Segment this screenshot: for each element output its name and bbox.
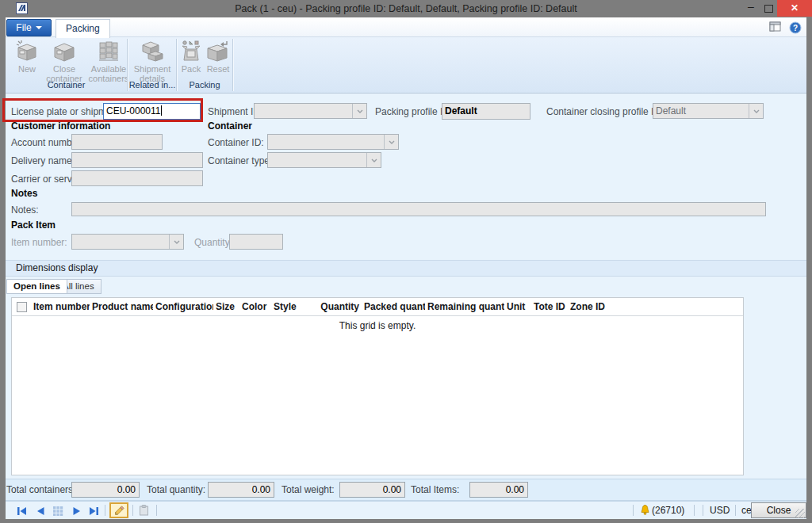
column-header-tote-id[interactable]: Tote ID <box>531 301 568 312</box>
total-weight-label: Total weight: <box>282 484 335 495</box>
packing-profile-label: Packing profile ID: <box>375 106 452 117</box>
quantity-label: Quantity: <box>194 237 232 248</box>
shipment-id-combobox <box>254 103 367 119</box>
close-icon[interactable]: ✕ <box>777 0 812 17</box>
customer-information-header: Customer information <box>11 120 110 132</box>
container-closing-profile-value: Default <box>656 105 686 116</box>
pack-open-box-icon <box>179 40 203 63</box>
column-header-style[interactable]: Style <box>271 301 306 312</box>
delivery-name-field <box>71 152 203 168</box>
column-header-configuration[interactable]: Configuration <box>153 301 213 312</box>
help-icon[interactable]: ? <box>789 21 802 37</box>
paste-clipboard-icon[interactable] <box>139 505 149 519</box>
column-header-item-number[interactable]: Item number <box>31 301 90 312</box>
close-container-button[interactable]: Close container <box>44 40 85 83</box>
container-id-label: Container ID: <box>208 137 264 148</box>
reset-button[interactable]: Reset <box>205 40 232 74</box>
license-plate-value: CEU-000011 <box>106 105 160 116</box>
total-quantity-field: 0.00 <box>208 482 274 498</box>
total-containers-field: 0.00 <box>71 482 140 498</box>
edit-pencil-icon <box>113 505 124 516</box>
grid-header-row: Item number Product name Configuration S… <box>12 298 743 316</box>
total-quantity-label: Total quantity: <box>147 484 205 495</box>
chevron-down-icon <box>366 153 381 167</box>
notes-header: Notes <box>11 188 37 199</box>
chevron-down-icon <box>749 104 763 118</box>
last-record-icon[interactable] <box>88 505 99 519</box>
available-containers-button[interactable]: Available containers <box>86 40 131 83</box>
carrier-or-service-field <box>71 170 203 186</box>
file-menu-button[interactable]: File <box>6 19 52 36</box>
license-plate-input[interactable]: CEU-000011 <box>103 103 201 120</box>
statusbar-separator <box>132 505 133 516</box>
column-header-unit[interactable]: Unit <box>504 301 531 312</box>
ribbon-group-packing-label: Packing <box>177 80 232 90</box>
notes-field <box>71 202 766 216</box>
column-header-color[interactable]: Color <box>239 301 271 312</box>
delivery-name-label: Delivery name: <box>11 155 75 166</box>
available-containers-rack-icon <box>97 40 121 63</box>
tabstrip: File Packing ? <box>6 17 806 37</box>
notification-bell-icon[interactable] <box>639 504 651 519</box>
maximize-glyph <box>764 5 773 13</box>
statusbar-separator <box>735 505 736 516</box>
statusbar-separator <box>633 505 634 516</box>
minimize-icon[interactable]: – <box>742 0 760 17</box>
select-all-checkbox[interactable] <box>17 302 27 312</box>
text-cursor <box>161 105 162 116</box>
column-header-remaining-quantity[interactable]: Remaining quantity <box>425 301 504 312</box>
select-all-checkbox-cell <box>12 302 31 312</box>
total-weight-field: 0.00 <box>339 482 405 498</box>
new-button[interactable]: New <box>11 40 43 74</box>
total-items-field: 0.00 <box>469 482 528 498</box>
ribbon-group-container-label: Container <box>6 80 127 90</box>
first-record-icon[interactable] <box>17 505 28 519</box>
statusbar-separator <box>694 505 695 516</box>
tab-packing[interactable]: Packing <box>56 19 110 38</box>
ribbon-separator <box>232 39 234 91</box>
maximize-icon[interactable] <box>760 0 777 17</box>
column-header-zone-id[interactable]: Zone ID <box>568 301 607 312</box>
pack-item-header: Pack Item <box>11 220 56 231</box>
chevron-down-icon <box>169 235 183 249</box>
new-container-box-icon <box>15 40 39 63</box>
close-container-box-icon <box>52 40 76 63</box>
notification-count[interactable]: (26710) <box>652 505 684 516</box>
currency-indicator[interactable]: USD <box>710 505 730 516</box>
edit-mode-button[interactable] <box>109 502 128 518</box>
account-number-field <box>71 134 163 150</box>
file-menu-label: File <box>16 22 31 33</box>
ribbon: New Close container <box>6 37 806 94</box>
container-type-label: Container type: <box>208 155 272 166</box>
total-containers-label: Total containers: <box>6 484 75 495</box>
pack-button[interactable]: Pack <box>179 40 203 74</box>
reset-box-arrow-icon <box>206 40 230 63</box>
reset-button-label: Reset <box>207 64 230 74</box>
chevron-down-icon <box>384 135 398 149</box>
layout-panes-icon[interactable] <box>769 21 782 36</box>
previous-record-icon[interactable] <box>36 505 45 519</box>
titlebar: Pack (1 - ceu) - Packing profile ID: Def… <box>0 0 812 17</box>
container-closing-profile-combobox: Default <box>653 103 764 119</box>
lines-grid: Item number Product name Configuration S… <box>11 297 744 475</box>
quantity-field <box>229 234 283 250</box>
notes-label: Notes: <box>11 204 39 216</box>
column-header-size[interactable]: Size <box>213 301 239 312</box>
resize-grip[interactable] <box>795 509 805 518</box>
window-title: Pack (1 - ceu) - Packing profile ID: Def… <box>0 0 812 17</box>
shipment-details-button[interactable]: Shipment details <box>131 40 174 83</box>
chevron-down-icon <box>36 26 42 29</box>
chevron-down-icon <box>352 104 366 118</box>
column-header-quantity[interactable]: Quantity <box>306 301 362 312</box>
item-number-label: Item number: <box>11 237 67 248</box>
pack-button-label: Pack <box>182 64 201 74</box>
column-header-packed-quantity[interactable]: Packed quantity <box>362 301 425 312</box>
grid-view-icon[interactable] <box>53 505 63 519</box>
packing-profile-value: Default <box>445 105 477 116</box>
next-record-icon[interactable] <box>72 505 82 519</box>
packing-profile-input[interactable]: Default <box>442 103 530 120</box>
container-id-combobox <box>267 134 399 150</box>
dimensions-display-button[interactable]: Dimensions display <box>6 260 806 277</box>
tab-open-lines[interactable]: Open lines <box>6 279 67 294</box>
column-header-product-name[interactable]: Product name <box>90 301 153 312</box>
